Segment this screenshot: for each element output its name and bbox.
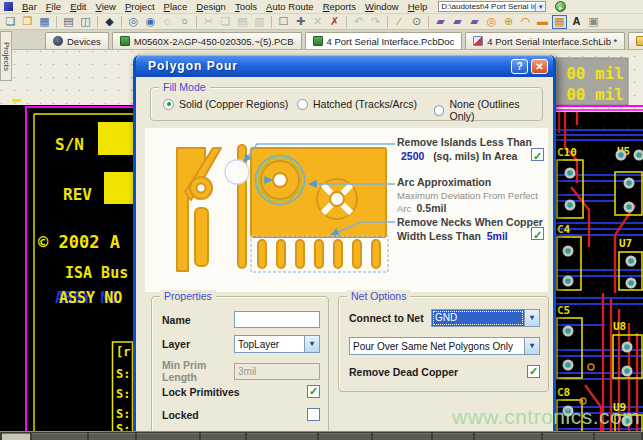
menu-item-edit[interactable]: Edit [70,1,86,12]
close-button[interactable]: ✕ [531,59,548,74]
toolbar-separator [97,16,98,28]
find-similar-icon[interactable]: ⊙ [409,15,424,29]
name-input[interactable] [234,311,320,328]
copy-icon[interactable]: ❏ [218,15,233,29]
taskbar-button[interactable] [2,433,30,440]
cut-icon[interactable]: ✂ [201,15,216,29]
help-orb-icon[interactable]: ▸ [555,1,566,12]
select-area-icon[interactable]: ☐ [276,15,291,29]
place-polygon-pour-icon[interactable]: ▦ [552,15,567,29]
remove-dead-copper-checkbox[interactable]: ✓ [527,365,540,378]
clear-filter-icon[interactable]: ✗ [327,15,342,29]
radio-hatched[interactable]: Hatched (Tracks/Arcs) [297,98,417,110]
chevron-down-icon[interactable]: ▾ [524,310,539,326]
pour-mode-select[interactable]: Pour Over Same Net Polygons Only ▾ [349,337,540,355]
menu-item-design[interactable]: Design [196,1,226,12]
remove-dead-copper-label: Remove Dead Copper [349,366,527,378]
place-string-icon[interactable]: A [569,15,584,29]
tab-serial-schlib[interactable]: 4 Port Serial Interface.SchLib * [465,32,625,49]
zoom-selected-icon[interactable]: ○ [177,15,192,29]
place-component-icon[interactable]: ▣ [586,15,601,29]
place-via-icon[interactable]: ⊕ [501,15,516,29]
menu-item-project[interactable]: Project [125,1,155,12]
board-text-isa-bus: ISA Bus [65,264,128,282]
chevron-down-icon[interactable]: ▾ [524,338,539,354]
taskbar-button[interactable] [433,433,473,440]
pcb-canvas-left[interactable]: S/N REV © 2002 A ISA Bus ASSY NO ASSY NO… [0,50,133,432]
new-document-icon[interactable]: ❏ [3,15,18,29]
taskbar-button[interactable] [32,433,87,440]
menu-item-view[interactable]: View [96,1,116,12]
remove-necks-checkbox[interactable]: ✓ [531,227,544,240]
view-3d-icon[interactable]: ◆ [102,15,117,29]
taskbar-button[interactable] [543,433,593,440]
move-selection-icon[interactable]: ✚ [293,15,308,29]
taskbar-button[interactable] [595,433,641,440]
locked-checkbox[interactable] [307,408,320,421]
taskbar-button[interactable] [201,433,245,440]
cross-probe-icon[interactable]: ✕ [310,15,325,29]
place-fill-icon[interactable]: ▬ [535,15,550,29]
connect-net-value: GND [432,310,524,326]
remove-islands-checkbox[interactable]: ✓ [531,148,544,161]
menu-item-bar[interactable]: Bar [22,1,37,12]
interactive-wiring-icon[interactable]: ∕ [392,15,407,29]
islands-area-value[interactable]: 2500 [401,150,424,162]
menu-item-tools[interactable]: Tools [235,1,257,12]
route-multi-icon[interactable]: ▰ [467,15,482,29]
taskbar-button[interactable] [89,433,135,440]
menu-item-auto-route[interactable]: Auto Route [266,1,314,12]
menu-item-help[interactable]: Help [408,1,428,12]
chevron-down-icon[interactable]: ▾ [304,336,319,352]
menu-item-reports[interactable]: Reports [323,1,356,12]
taskbar-button[interactable] [373,433,431,440]
radio-button-icon[interactable] [297,99,308,110]
tab-uart-drivers[interactable]: 4 Port UART and Line Drivers. [628,32,643,49]
tab-devices[interactable]: Devices [45,32,109,49]
tab-m0560x-pcb[interactable]: M0560X-2AGP-450-020305.~(5).PCB [112,32,302,49]
taskbar-button[interactable] [319,433,371,440]
taskbar-button[interactable] [475,433,541,440]
place-pad-icon[interactable]: ◎ [484,15,499,29]
menu-item-place[interactable]: Place [164,1,188,12]
tab-serial-pcbdoc[interactable]: 4 Port Serial Interface.PcbDoc [305,32,463,49]
radio-none[interactable]: None (Outlines Only) [434,98,542,122]
menu-item-file[interactable]: File [46,1,61,12]
open-document-icon[interactable]: ❐ [20,15,35,29]
dialog-title-bar[interactable]: Polygon Pour ? ✕ [136,55,553,77]
route-diff-pair-icon[interactable]: ▰ [450,15,465,29]
radio-button-icon[interactable] [163,99,174,110]
route-track-icon[interactable]: ▰ [433,15,448,29]
place-arc-icon[interactable]: ◠ [518,15,533,29]
undo-icon[interactable]: ↶ [351,15,366,29]
projects-panel-tab[interactable]: Projects [0,31,12,81]
taskbar-button[interactable] [137,433,199,440]
redo-icon[interactable]: ↷ [368,15,383,29]
zoom-document-icon[interactable]: ◉ [143,15,158,29]
tab-label: M0560X-2AGP-450-020305.~(5).PCB [134,36,294,47]
menu-item-window[interactable]: Window [365,1,399,12]
radio-button-icon[interactable] [434,105,444,116]
document-path-combo[interactable]: D:\audotest\4 Port Serial Interf ▾ [438,1,546,12]
radio-solid[interactable]: Solid (Copper Regions) [163,98,288,110]
arc-deviation-value[interactable]: 0.5mil [417,202,447,214]
necks-width-value[interactable]: 5mil [487,230,508,242]
paste-array-icon[interactable]: ▥ [252,15,267,29]
toolbar-separator [271,16,272,28]
print-icon[interactable]: ▤ [61,15,76,29]
help-button[interactable]: ? [511,59,528,74]
toolbar-separator [387,16,388,28]
lock-primitives-checkbox[interactable]: ✓ [307,385,320,398]
pcb-canvas-right[interactable]: 00 mil 00 mil [555,55,643,440]
arc-approximation-label: Arc Approximation [397,176,491,188]
paste-icon[interactable]: ▤ [235,15,250,29]
ref-u7: U7 [619,237,632,250]
layer-select[interactable]: TopLayer ▾ [234,335,320,353]
print-preview-icon[interactable]: ◫ [78,15,93,29]
chevron-down-icon[interactable]: ▾ [535,3,545,11]
zoom-out-icon[interactable]: ◌ [160,15,175,29]
save-icon[interactable]: ▦ [37,15,52,29]
connect-net-select[interactable]: GND ▾ [431,309,540,327]
taskbar-button[interactable] [247,433,317,440]
zoom-area-icon[interactable]: ◎ [126,15,141,29]
